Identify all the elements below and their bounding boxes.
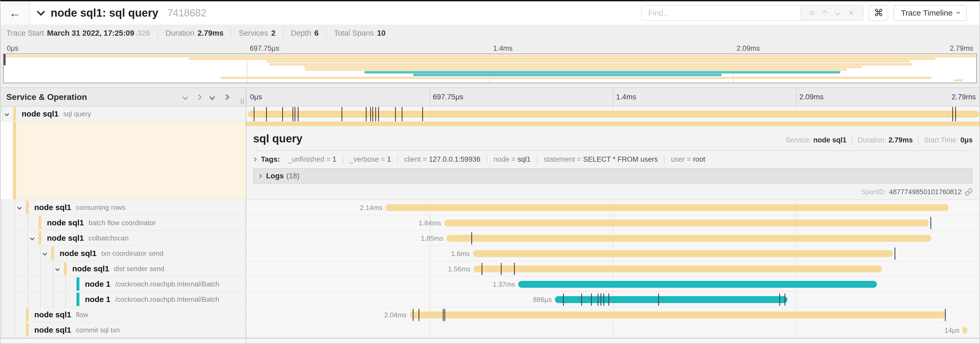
span-bar[interactable]: [555, 296, 787, 303]
span-tree-row[interactable]: node sql1commit sql txn: [0, 323, 246, 338]
depth-guide-line: [2, 200, 3, 215]
log-marker-tick: [375, 107, 376, 121]
logs-count: (18): [286, 172, 299, 180]
focus-match-icon[interactable]: [810, 11, 814, 15]
trace-timeline-page: ← node sql1: sql query 7418682 × ⌘ Trace: [0, 0, 980, 344]
log-marker-tick: [581, 294, 582, 306]
depth-item: Depth6: [283, 29, 326, 37]
log-marker-tick: [563, 294, 564, 306]
span-bar-row[interactable]: 1.37ms: [246, 277, 980, 292]
span-bar[interactable]: [473, 250, 893, 257]
logs-toggle-row[interactable]: Logs (18): [253, 168, 973, 184]
back-button[interactable]: ←: [0, 1, 30, 24]
left-bottom-pad: [0, 338, 246, 344]
span-bar[interactable]: [385, 204, 949, 211]
tag-item: user = root: [664, 155, 711, 163]
view-selector-button[interactable]: Trace Timeline: [894, 5, 967, 21]
expand-chevron-icon[interactable]: [30, 236, 35, 240]
span-bar[interactable]: [963, 327, 967, 334]
span-tree-row[interactable]: node sql1txn coordinator send: [0, 246, 246, 261]
span-bar-row[interactable]: 886μs: [246, 292, 980, 307]
span-bar-row[interactable]: 14μs: [246, 323, 980, 338]
expand-chevron-icon[interactable]: [18, 205, 22, 210]
log-marker-tick: [658, 294, 659, 306]
span-bar-row[interactable]: 2.04ms: [246, 307, 980, 323]
log-marker-tick: [894, 248, 895, 260]
log-marker-tick: [784, 294, 785, 306]
keyboard-shortcuts-button[interactable]: ⌘: [869, 5, 888, 21]
span-tree-row[interactable]: node sql1sql query: [0, 107, 246, 122]
span-duration-label: 1.6ms: [451, 246, 470, 261]
depth-guide-line: [40, 292, 41, 307]
span-duration-label: 1.37ms: [493, 277, 515, 292]
span-color-strip: [26, 308, 29, 321]
prev-match-icon[interactable]: [822, 10, 827, 16]
expand-all-icon[interactable]: [224, 95, 229, 99]
log-marker-tick: [418, 309, 419, 321]
span-bar[interactable]: [447, 235, 931, 242]
depth-guide-line: [53, 292, 53, 307]
collapse-one-icon[interactable]: [183, 94, 188, 99]
service-name: node sql1: [34, 203, 71, 212]
span-bar-row[interactable]: 1.6ms: [246, 246, 980, 261]
minimap-span-bar: [304, 66, 862, 68]
timeline-rows: sql query Service:node sql1 Duration:2.7…: [246, 107, 980, 338]
collapse-all-icon[interactable]: [210, 94, 214, 99]
minimap-canvas[interactable]: [3, 54, 977, 83]
service-name: node sql1: [34, 310, 71, 319]
span-tree-row[interactable]: node 1/cockroach.roachpb.Internal/Batch: [0, 292, 246, 307]
span-tree-row[interactable]: node sql1flow: [0, 307, 246, 323]
span-tree-row[interactable]: node sql1batch flow coordinator: [0, 215, 246, 230]
left-panel-title: Service & Operation: [6, 92, 87, 102]
collapse-trace-chevron-icon[interactable]: [37, 7, 45, 16]
expand-chevron-icon[interactable]: [56, 267, 60, 271]
service-name: node sql1: [47, 234, 84, 243]
depth-guide-line: [65, 292, 66, 307]
tag-item: client = 127.0.0.1:59936: [397, 155, 487, 163]
depth-guide-line: [27, 261, 28, 276]
span-bar[interactable]: [518, 281, 877, 288]
span-bar-row[interactable]: 1.84ms: [246, 215, 980, 230]
minimap-span-bar: [269, 63, 912, 66]
span-color-strip: [26, 323, 29, 337]
operation-name: commit sql txn: [76, 326, 120, 334]
span-bar-row[interactable]: 2.14ms: [246, 200, 980, 215]
expand-chevron-icon[interactable]: [5, 112, 9, 116]
depth-guide-line: [40, 277, 41, 291]
find-input[interactable]: [642, 6, 800, 20]
deep-link-icon[interactable]: [965, 188, 973, 196]
span-tree-row[interactable]: node 1/cockroach.roachpb.Internal/Batch: [0, 277, 246, 292]
span-bar-row[interactable]: 1.56ms: [246, 261, 980, 277]
span-bar-row[interactable]: [246, 107, 980, 122]
trace-minimap: 0μs697.75μs1.4ms2.09ms2.79ms: [0, 42, 980, 88]
operation-name: /cockroach.roachpb.Internal/Batch: [115, 280, 220, 288]
expand-one-icon[interactable]: [196, 94, 202, 99]
depth-guide-line: [15, 200, 15, 215]
span-bar[interactable]: [474, 266, 882, 272]
tags-toggle-row[interactable]: Tags: _unfinished = 1_verbose = 1client …: [253, 151, 973, 166]
span-tree-row[interactable]: node sql1colbatchscan: [0, 230, 246, 246]
clear-search-icon[interactable]: ×: [848, 8, 854, 18]
span-tree-row[interactable]: node sql1consuming rows: [0, 200, 246, 215]
depth-guide-line: [53, 261, 53, 276]
span-color-strip: [64, 262, 67, 275]
span-tree-row[interactable]: node sql1dist sender send: [0, 261, 246, 277]
span-bar-row[interactable]: 1.85ms: [246, 230, 980, 246]
span-bar[interactable]: [444, 219, 929, 226]
minimap-scrubber-handle[interactable]: [4, 54, 6, 65]
span-bar[interactable]: [410, 312, 946, 318]
chevron-right-icon: [253, 157, 257, 162]
depth-guide-line: [15, 323, 15, 338]
span-duration-label: 2.14ms: [360, 200, 382, 215]
expand-chevron-icon[interactable]: [43, 251, 47, 256]
span-detail-header: sql query Service:node sql1 Duration:2.7…: [253, 126, 973, 145]
span-bar[interactable]: [248, 111, 980, 118]
find-tools: ×: [800, 6, 863, 20]
tag-item: node = sql1: [487, 155, 537, 163]
right-bottom-pad: [246, 338, 980, 344]
next-match-icon[interactable]: [835, 10, 840, 16]
span-id-value: 4877749850101760812: [889, 188, 961, 196]
tag-item: statement = SELECT * FROM users: [537, 155, 664, 163]
column-resizer-handle[interactable]: [241, 99, 244, 104]
minimap-tick-label: 2.79ms: [950, 45, 973, 53]
